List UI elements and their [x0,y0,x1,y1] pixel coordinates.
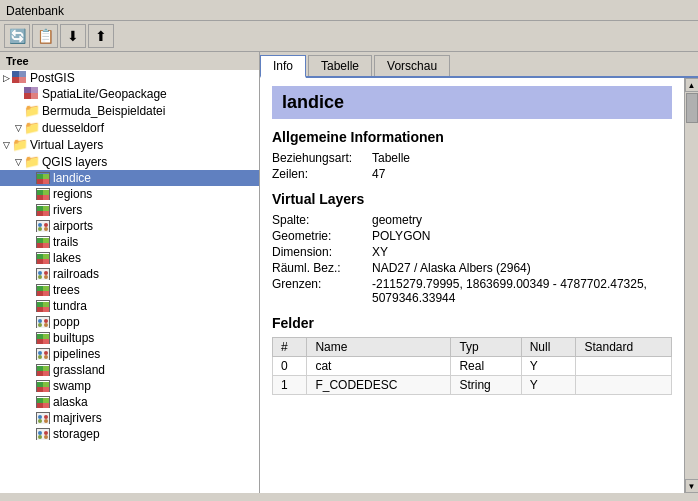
grenzen-val: -2115279.79995, 1863699.00349 - 4787702.… [372,277,672,305]
layer-icon-swamp [36,380,50,392]
tree-item-popp[interactable]: popp [0,314,259,330]
layer-icon-popp [36,316,50,328]
tree-label-bermuda: Bermuda_Beispieldatei [42,104,165,118]
svg-rect-3 [19,77,26,83]
svg-point-49 [38,323,42,327]
cell-name: F_CODEDESC [307,376,451,395]
tree-item-storagep[interactable]: storagep [0,426,259,442]
svg-rect-51 [37,334,43,339]
tree-item-regions[interactable]: regions [0,186,259,202]
tree-label-tundra: tundra [53,299,87,313]
toolbar-btn-up[interactable]: ⬆ [88,24,114,48]
tree-label-grassland: grassland [53,363,105,377]
svg-point-21 [38,223,42,227]
tree-item-lakes[interactable]: lakes [0,250,259,266]
tree-item-qgis_layers[interactable]: ▽📁QGIS layers [0,153,259,170]
svg-rect-68 [37,398,43,403]
info-panel: landice Allgemeine Informationen Beziehu… [260,78,684,403]
toolbar: 🔄 📋 ⬇ ⬆ [0,21,698,52]
tree-item-swamp[interactable]: swamp [0,378,259,394]
svg-rect-39 [43,286,49,291]
scroll-down-arrow[interactable]: ▼ [685,479,699,493]
layer-icon-duesseldorf: 📁 [24,120,40,135]
svg-point-50 [44,323,48,327]
svg-rect-54 [43,339,49,344]
toolbar-btn-refresh[interactable]: 🔄 [4,24,30,48]
tree-item-tundra[interactable]: tundra [0,298,259,314]
toolbar-btn-down[interactable]: ⬇ [60,24,86,48]
tree-item-railroads[interactable]: railroads [0,266,259,282]
layer-icon-qgis_layers: 📁 [24,154,40,169]
tree-item-alaska[interactable]: alaska [0,394,259,410]
tree-label-builtups: builtups [53,331,94,345]
layer-icon-spatialite [24,87,40,101]
svg-rect-17 [43,206,49,211]
col-header-num: # [273,338,307,357]
tree-item-grassland[interactable]: grassland [0,362,259,378]
scroll-up-arrow[interactable]: ▲ [685,78,699,92]
svg-rect-13 [43,190,49,195]
tree-item-rivers[interactable]: rivers [0,202,259,218]
svg-rect-41 [43,291,49,296]
expand-icon-duesseldorf[interactable]: ▽ [12,123,24,133]
tree-item-bermuda[interactable]: 📁Bermuda_Beispieldatei [0,102,259,119]
layer-icon-storagep [36,428,50,440]
tree-label-airports: airports [53,219,93,233]
toolbar-btn-copy[interactable]: 📋 [32,24,58,48]
geometrie-key: Geometrie: [272,229,372,243]
svg-point-36 [38,275,42,279]
layer-icon-majrivers [36,412,50,424]
tree-item-landice[interactable]: landice [0,170,259,186]
tree-item-spatialite[interactable]: SpatiaLite/Geopackage [0,86,259,102]
svg-rect-62 [37,371,43,376]
svg-point-24 [44,227,48,231]
layer-icon-pipelines [36,348,50,360]
cell-null: Y [521,376,576,395]
tree-label-lakes: lakes [53,251,81,265]
layer-icon-grassland [36,364,50,376]
layer-icon-virtual_layers: 📁 [12,137,28,152]
tree-label-pipelines: pipelines [53,347,100,361]
tabs-bar: InfoTabelleVorschau [260,52,698,78]
svg-point-48 [44,319,48,323]
tree-item-builtups[interactable]: builtups [0,330,259,346]
expand-icon-virtual_layers[interactable]: ▽ [0,140,12,150]
cell-num: 1 [273,376,307,395]
svg-point-34 [38,271,42,275]
svg-point-22 [44,223,48,227]
title-bar: Datenbank [0,0,698,21]
tree-item-postgis[interactable]: ▷PostGIS [0,70,259,86]
scroll-track[interactable] [685,92,699,479]
svg-rect-4 [24,87,31,93]
tab-tabelle[interactable]: Tabelle [308,55,372,76]
svg-rect-18 [37,211,43,216]
tab-info[interactable]: Info [260,55,306,78]
col-header-name: Name [307,338,451,357]
scrollbar[interactable]: ▲ ▼ [684,78,698,493]
layer-icon-alaska [36,396,50,408]
layer-icon-lakes [36,252,50,264]
svg-rect-52 [43,334,49,339]
tab-vorschau[interactable]: Vorschau [374,55,450,76]
tree-item-trees[interactable]: trees [0,282,259,298]
tree-label-rivers: rivers [53,203,82,217]
expand-icon-qgis_layers[interactable]: ▽ [12,157,24,167]
cell-num: 0 [273,357,307,376]
tree-label-postgis: PostGIS [30,71,75,85]
tree-item-majrivers[interactable]: majrivers [0,410,259,426]
tree-item-duesseldorf[interactable]: ▽📁duesseldorf [0,119,259,136]
scroll-thumb[interactable] [686,93,698,123]
info-beziehungsart: Beziehungsart: Tabelle [272,151,672,165]
expand-icon-postgis[interactable]: ▷ [0,73,12,83]
geometrie-val: POLYGON [372,229,430,243]
svg-rect-27 [37,243,43,248]
svg-rect-53 [37,339,43,344]
tree-item-virtual_layers[interactable]: ▽📁Virtual Layers [0,136,259,153]
tree-item-trails[interactable]: trails [0,234,259,250]
tree-label-virtual_layers: Virtual Layers [30,138,103,152]
svg-rect-15 [43,195,49,200]
title-label: Datenbank [6,4,64,18]
tree: ▷PostGISSpatiaLite/Geopackage📁Bermuda_Be… [0,70,259,442]
tree-item-pipelines[interactable]: pipelines [0,346,259,362]
tree-item-airports[interactable]: airports [0,218,259,234]
